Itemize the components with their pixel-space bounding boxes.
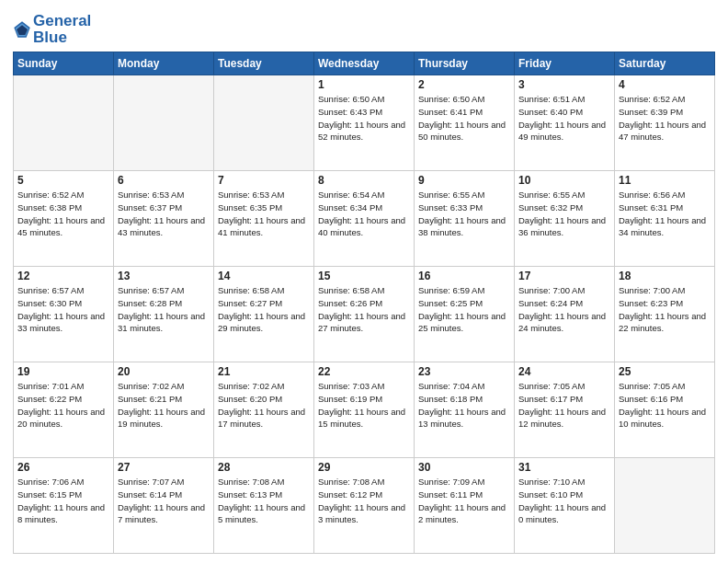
day-number: 22 [318,365,410,378]
calendar-cell: 5Sunrise: 6:52 AMSunset: 6:38 PMDaylight… [14,171,114,267]
day-number: 17 [518,270,610,282]
day-number: 28 [218,461,310,474]
calendar-cell: 19Sunrise: 7:01 AMSunset: 6:22 PMDayligh… [14,362,114,458]
calendar-cell: 29Sunrise: 7:08 AMSunset: 6:12 PMDayligh… [314,458,415,554]
day-number: 9 [418,174,510,187]
day-number: 14 [218,270,310,282]
day-number: 20 [118,365,210,378]
day-info: Sunrise: 7:03 AMSunset: 6:19 PMDaylight:… [318,380,410,431]
day-info: Sunrise: 6:55 AMSunset: 6:33 PMDaylight:… [418,189,510,239]
day-info: Sunrise: 7:06 AMSunset: 6:15 PMDaylight:… [17,476,109,526]
day-number: 29 [318,461,410,474]
day-number: 26 [17,461,109,474]
day-number: 23 [418,365,510,378]
day-number: 3 [518,78,610,91]
calendar-cell: 4Sunrise: 6:52 AMSunset: 6:39 PMDaylight… [615,75,715,171]
day-number: 6 [118,174,210,187]
calendar-cell: 9Sunrise: 6:55 AMSunset: 6:33 PMDaylight… [415,171,515,267]
day-info: Sunrise: 6:54 AMSunset: 6:34 PMDaylight:… [318,189,410,239]
weekday-header-sunday: Sunday [14,52,114,75]
calendar-cell [114,75,214,171]
calendar-cell: 18Sunrise: 7:00 AMSunset: 6:23 PMDayligh… [615,267,715,362]
weekday-header-row: SundayMondayTuesdayWednesdayThursdayFrid… [14,52,715,75]
calendar-week-5: 26Sunrise: 7:06 AMSunset: 6:15 PMDayligh… [14,458,715,554]
weekday-header-monday: Monday [114,52,214,75]
day-info: Sunrise: 6:58 AMSunset: 6:26 PMDaylight:… [318,284,410,335]
calendar-table: SundayMondayTuesdayWednesdayThursdayFrid… [13,52,715,554]
calendar-cell: 17Sunrise: 7:00 AMSunset: 6:24 PMDayligh… [515,267,615,362]
day-number: 5 [17,174,109,187]
day-info: Sunrise: 7:00 AMSunset: 6:23 PMDaylight:… [619,284,711,335]
calendar-cell: 28Sunrise: 7:08 AMSunset: 6:13 PMDayligh… [214,458,314,554]
day-info: Sunrise: 7:07 AMSunset: 6:14 PMDaylight:… [118,476,210,526]
day-number: 18 [619,270,711,282]
weekday-header-thursday: Thursday [415,52,515,75]
calendar-cell: 20Sunrise: 7:02 AMSunset: 6:21 PMDayligh… [114,362,214,458]
logo-text: General Blue [33,13,91,46]
calendar-cell: 30Sunrise: 7:09 AMSunset: 6:11 PMDayligh… [415,458,515,554]
day-number: 11 [619,174,711,187]
calendar-cell: 12Sunrise: 6:57 AMSunset: 6:30 PMDayligh… [14,267,114,362]
day-info: Sunrise: 6:50 AMSunset: 6:43 PMDaylight:… [318,93,410,144]
day-info: Sunrise: 6:56 AMSunset: 6:31 PMDaylight:… [619,189,711,239]
day-number: 15 [318,270,410,282]
calendar-cell: 26Sunrise: 7:06 AMSunset: 6:15 PMDayligh… [14,458,114,554]
day-info: Sunrise: 7:01 AMSunset: 6:22 PMDaylight:… [17,380,109,431]
day-number: 10 [518,174,610,187]
day-number: 4 [619,78,711,91]
calendar-week-3: 12Sunrise: 6:57 AMSunset: 6:30 PMDayligh… [14,267,715,362]
day-info: Sunrise: 6:51 AMSunset: 6:40 PMDaylight:… [518,93,610,144]
calendar-page: General Blue SundayMondayTuesdayWednesda… [0,0,728,563]
calendar-cell: 13Sunrise: 6:57 AMSunset: 6:28 PMDayligh… [114,267,214,362]
day-info: Sunrise: 6:53 AMSunset: 6:35 PMDaylight:… [218,189,310,239]
day-info: Sunrise: 6:52 AMSunset: 6:38 PMDaylight:… [17,189,109,239]
calendar-cell: 11Sunrise: 6:56 AMSunset: 6:31 PMDayligh… [615,171,715,267]
header: General Blue [13,9,715,46]
logo-icon [13,20,31,39]
day-info: Sunrise: 7:00 AMSunset: 6:24 PMDaylight:… [518,284,610,335]
calendar-cell [615,458,715,554]
calendar-cell [214,75,314,171]
day-info: Sunrise: 7:04 AMSunset: 6:18 PMDaylight:… [418,380,510,431]
day-info: Sunrise: 6:50 AMSunset: 6:41 PMDaylight:… [418,93,510,144]
day-number: 8 [318,174,410,187]
day-number: 13 [118,270,210,282]
calendar-cell: 8Sunrise: 6:54 AMSunset: 6:34 PMDaylight… [314,171,415,267]
day-info: Sunrise: 7:02 AMSunset: 6:20 PMDaylight:… [218,380,310,431]
day-info: Sunrise: 6:53 AMSunset: 6:37 PMDaylight:… [118,189,210,239]
calendar-cell: 3Sunrise: 6:51 AMSunset: 6:40 PMDaylight… [515,75,615,171]
calendar-cell: 10Sunrise: 6:55 AMSunset: 6:32 PMDayligh… [515,171,615,267]
calendar-cell: 15Sunrise: 6:58 AMSunset: 6:26 PMDayligh… [314,267,415,362]
day-info: Sunrise: 7:05 AMSunset: 6:17 PMDaylight:… [518,380,610,431]
day-info: Sunrise: 6:57 AMSunset: 6:30 PMDaylight:… [17,284,109,335]
day-number: 2 [418,78,510,91]
day-number: 25 [619,365,711,378]
day-info: Sunrise: 7:08 AMSunset: 6:13 PMDaylight:… [218,476,310,526]
weekday-header-tuesday: Tuesday [214,52,314,75]
day-number: 24 [518,365,610,378]
day-info: Sunrise: 6:57 AMSunset: 6:28 PMDaylight:… [118,284,210,335]
calendar-cell: 2Sunrise: 6:50 AMSunset: 6:41 PMDaylight… [415,75,515,171]
day-info: Sunrise: 7:10 AMSunset: 6:10 PMDaylight:… [518,476,610,526]
day-number: 27 [118,461,210,474]
calendar-cell: 14Sunrise: 6:58 AMSunset: 6:27 PMDayligh… [214,267,314,362]
day-number: 30 [418,461,510,474]
calendar-cell [14,75,114,171]
calendar-cell: 22Sunrise: 7:03 AMSunset: 6:19 PMDayligh… [314,362,415,458]
calendar-cell: 1Sunrise: 6:50 AMSunset: 6:43 PMDaylight… [314,75,415,171]
day-info: Sunrise: 6:52 AMSunset: 6:39 PMDaylight:… [619,93,711,144]
calendar-cell: 25Sunrise: 7:05 AMSunset: 6:16 PMDayligh… [615,362,715,458]
day-info: Sunrise: 6:58 AMSunset: 6:27 PMDaylight:… [218,284,310,335]
weekday-header-saturday: Saturday [615,52,715,75]
day-number: 7 [218,174,310,187]
weekday-header-friday: Friday [515,52,615,75]
day-info: Sunrise: 7:08 AMSunset: 6:12 PMDaylight:… [318,476,410,526]
day-info: Sunrise: 7:02 AMSunset: 6:21 PMDaylight:… [118,380,210,431]
calendar-cell: 7Sunrise: 6:53 AMSunset: 6:35 PMDaylight… [214,171,314,267]
day-number: 19 [17,365,109,378]
day-info: Sunrise: 6:59 AMSunset: 6:25 PMDaylight:… [418,284,510,335]
weekday-header-wednesday: Wednesday [314,52,415,75]
calendar-cell: 16Sunrise: 6:59 AMSunset: 6:25 PMDayligh… [415,267,515,362]
day-info: Sunrise: 6:55 AMSunset: 6:32 PMDaylight:… [518,189,610,239]
day-info: Sunrise: 7:09 AMSunset: 6:11 PMDaylight:… [418,476,510,526]
